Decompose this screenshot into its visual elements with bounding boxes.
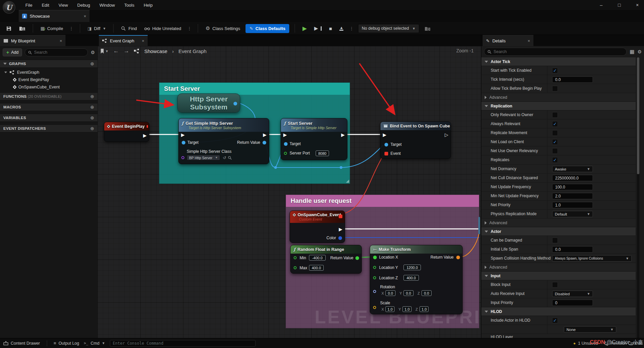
browse-asset-button[interactable] [17,24,27,33]
scale-x-value[interactable]: 1.0 [385,306,394,312]
frame-skip-button[interactable]: ▶ [312,24,324,33]
details-section-input[interactable]: Input [481,272,636,280]
exec-in-pin[interactable]: ▶ [283,132,287,137]
details-row-net-priority[interactable]: Net Priority1.0 [481,201,636,210]
server-port-pin[interactable] [284,152,287,155]
value-input[interactable]: 225000000.0 [552,175,593,181]
hide-unrelated-options-icon[interactable]: ⋮ [186,26,192,31]
settings-gear-icon[interactable]: ⚙ [637,49,642,54]
location-z-value[interactable]: 400.0 [404,275,419,281]
browse-debug-button[interactable] [423,24,433,33]
menu-item-view[interactable]: View [54,0,72,10]
details-advanced-toggle[interactable]: Advanced [481,93,636,102]
checkbox[interactable]: ✓ [552,157,558,163]
details-row-replicate-movement[interactable]: Replicate Movement [481,128,636,137]
value-select[interactable]: Default▼ [552,211,593,217]
details-row-always-relevant[interactable]: Always Relevant✓ [481,119,636,128]
checkbox[interactable] [552,112,558,118]
add-macro-icon[interactable]: ⊕ [90,104,94,110]
settings-gear-icon[interactable]: ⚙ [91,50,95,55]
details-row-net-cull-distance-squared[interactable]: Net Cull Distance Squared225000000.0 [481,173,636,183]
target-pin[interactable] [384,143,388,146]
output-log-button[interactable]: ≡ Output Log [54,341,79,346]
scale-y-value[interactable]: 1.0 [402,306,412,312]
details-row-block-input[interactable]: Block Input [481,280,636,289]
details-row-auto-receive-input[interactable]: Auto Receive InputDisabled▼ [481,289,636,298]
tab-my-blueprint[interactable]: My Blueprint × [0,35,65,46]
content-drawer-button[interactable]: Content Drawer [3,341,40,346]
compile-button[interactable]: ▦ ✓ Compile [38,24,65,33]
target-pin[interactable] [284,142,288,146]
graph-scrollbar[interactable] [478,217,480,234]
details-row-initial-life-span[interactable]: Initial Life Span0.0 [481,245,636,254]
checkbox[interactable] [552,86,558,91]
debug-object-select[interactable]: No debug object selected ▼ [358,24,419,33]
display-filter-icon[interactable]: ▦ [630,49,634,55]
rotation-x-value[interactable]: 0.0 [385,290,395,296]
value-input[interactable]: 2.0 [552,193,593,199]
details-row-tick-interval-secs[interactable]: Tick Interval (secs)0.0 [481,75,636,84]
close-icon[interactable]: × [633,2,642,8]
cmd-button[interactable]: >_ Cmd ▼ [84,341,105,346]
add-dispatcher-icon[interactable]: ⊕ [90,126,94,131]
return-value-pin[interactable] [263,141,266,144]
location-y-pin[interactable] [373,266,376,269]
tab-details[interactable]: ✎ Details × [483,35,533,46]
exec-in-pin[interactable]: ▶ [181,132,185,137]
section-event-dispatchers[interactable]: EVENT DISPATCHERS ⊕ [0,124,98,132]
graph-canvas[interactable]: ▼ ← → Showcase › Event Graph Zoom -1 Sta… [98,46,481,338]
node-start-server[interactable]: ƒ Start Server Target is Simple Http Ser… [281,118,347,160]
class-dropdown[interactable]: BP Http Server S ▼ [187,155,220,160]
details-row-net-update-frequency[interactable]: Net Update Frequency100.0 [481,183,636,192]
maximize-icon[interactable]: □ [615,2,624,8]
target-pin[interactable] [182,141,185,144]
browse-icon[interactable] [228,156,232,160]
search-input[interactable] [493,49,623,54]
menu-item-file[interactable]: File [21,0,37,10]
diff-button[interactable]: ◨ Diff ▼ [86,24,108,33]
close-icon[interactable]: × [142,38,144,43]
rotation-pin[interactable] [373,290,376,293]
tree-item-eventgraph[interactable]: EventGraph [0,69,98,76]
value-input[interactable]: 0.0 [552,76,593,83]
details-advanced-toggle[interactable]: Advanced [481,263,636,272]
add-function-icon[interactable]: ⊕ [90,94,94,99]
section-macros[interactable]: MACROS ⊕ [0,103,98,111]
details-section-actor[interactable]: Actor [481,227,636,236]
value-input[interactable]: 1.0 [552,202,593,208]
value-select[interactable]: Always Spawn, Ignore Collisions▼ [552,255,632,262]
exec-out-pin[interactable]: ▶ [263,132,267,137]
tab-event-graph[interactable]: Event Graph × [99,35,148,46]
menu-item-debug[interactable]: Debug [72,0,95,10]
close-icon[interactable]: × [84,14,86,19]
location-z-pin[interactable] [373,276,376,279]
details-row-include-actor-in-hlod[interactable]: Include Actor in HLOD✓ [481,316,636,325]
details-row-only-relevant-to-owner[interactable]: Only Relevant to Owner [481,110,636,119]
exec-out-pin[interactable]: ▶ [341,132,345,137]
subsystem-output-pin[interactable] [233,102,237,105]
find-button[interactable]: Find [119,24,139,33]
value-input[interactable]: 100.0 [552,184,593,190]
eject-button[interactable]: ▲ [337,24,345,32]
checkbox[interactable] [552,148,558,154]
exec-out-pin[interactable]: ▶ [143,133,147,138]
location-y-value[interactable]: 1200.0 [404,265,421,270]
color-pin[interactable] [338,236,342,240]
details-row-net-load-on-client[interactable]: Net Load on Client✓ [481,137,636,146]
details-row-start-with-tick-enabled[interactable]: Start with Tick Enabled✓ [481,66,636,75]
add-graph-icon[interactable]: ⊕ [90,61,94,66]
checkbox[interactable]: ✓ [552,139,558,145]
stop-button[interactable]: ■ [327,24,334,33]
minimize-icon[interactable]: – [597,2,606,8]
details-row-net-use-owner-relevancy[interactable]: Net Use Owner Relevancy [481,146,636,155]
tree-item-onspawncube-event[interactable]: OnSpawnCube_Event [0,84,98,90]
node-get-simple-http-server[interactable]: ƒ Get Simple Http Server Target is Http … [178,118,269,164]
rotation-z-value[interactable]: 0.0 [422,290,432,296]
add-button[interactable]: + Add [3,48,22,56]
scale-pin[interactable] [373,306,376,309]
class-pin[interactable] [181,156,184,159]
add-variable-icon[interactable]: ⊕ [90,115,94,120]
checkbox[interactable] [552,282,558,288]
min-value[interactable]: -400.0 [309,255,326,261]
exec-out-pin[interactable]: ▶ [339,227,342,232]
